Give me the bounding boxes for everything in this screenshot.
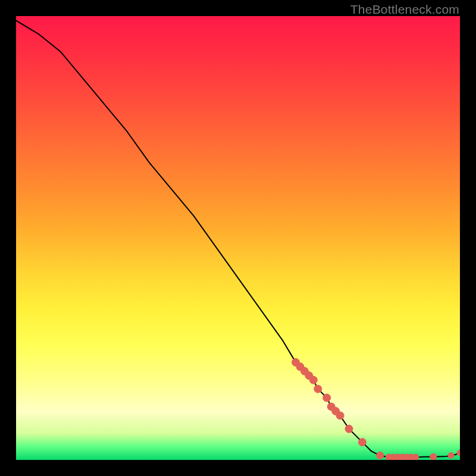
chart-svg [16,16,460,460]
chart-frame [16,16,460,460]
curve-marker [448,453,454,459]
attribution-label: TheBottleneck.com [350,2,459,17]
curve-marker [358,439,366,446]
curve-marker [323,394,331,402]
curve-marker [457,450,460,456]
bottleneck-curve [16,20,460,457]
curve-markers [292,358,460,460]
curve-marker [345,425,353,433]
curve-marker [377,452,384,459]
curve-marker [309,376,317,384]
curve-marker [336,412,344,419]
curve-marker [314,385,322,393]
curve-marker [412,454,419,460]
curve-marker [430,453,437,460]
